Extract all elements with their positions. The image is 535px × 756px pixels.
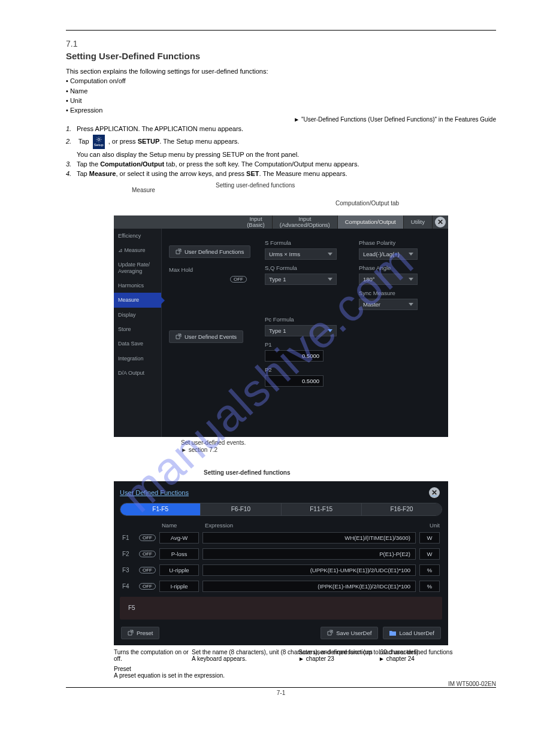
sidebar-item-da-output[interactable]: D/A Output — [114, 366, 161, 380]
phase-polarity-select[interactable]: Lead(-)/Lag(+) — [359, 248, 418, 260]
s-formula-select[interactable]: Urms × Irms — [265, 248, 337, 260]
tab-utility[interactable]: Utility — [404, 215, 433, 229]
annot-comptab: Computation/Output tab — [335, 200, 455, 207]
tab-computation-output[interactable]: Computation/Output — [338, 215, 404, 229]
pc-formula-select[interactable]: Type 1 — [265, 325, 337, 336]
p2-label: P2 — [265, 366, 347, 373]
pc-formula-label: Pc Formula — [265, 316, 347, 323]
col-expression: Expression — [205, 522, 417, 529]
close-icon[interactable]: ✕ — [435, 217, 446, 227]
f4-expression[interactable]: (IPPK(E1)-IMPK(E1))/2/IDC(E1)*100 — [202, 581, 416, 592]
sidebar-item-update-rate[interactable]: Update Rate/ Averaging — [114, 257, 161, 278]
tab-f11-f15[interactable]: F11-F15 — [282, 503, 362, 515]
chevron-down-icon — [328, 253, 333, 256]
maxhold-off-toggle[interactable]: OFF — [230, 276, 247, 283]
col-unit: Unit — [417, 522, 440, 529]
col-name: Name — [162, 522, 205, 529]
sidebar-item-data-save[interactable]: Data Save — [114, 336, 161, 351]
row-f4: F4 OFF I-ripple (IPPK(E1)-IMPK(E1))/2/ID… — [114, 578, 448, 594]
f2-unit[interactable]: W — [419, 548, 440, 560]
svg-point-0 — [98, 138, 99, 140]
setup-icon: Setup — [93, 135, 105, 149]
instr-2b: You can also display the Setup menu by p… — [77, 150, 496, 159]
page-number: 7-1 — [66, 690, 496, 696]
intro-text: This section explains the following sett… — [66, 67, 496, 75]
annot-onoff: Turns the computation on or off. — [114, 649, 198, 662]
bullet-1: • Computation on/off — [66, 77, 496, 85]
preset-button[interactable]: Preset — [121, 627, 159, 639]
tab-f6-f10[interactable]: F6-F10 — [201, 503, 281, 515]
f1-name[interactable]: Avg-W — [159, 532, 199, 544]
screenshot-udf-window: User Defined Functions ✕ F1-F5 F6-F10 F1… — [114, 481, 448, 645]
p1-value[interactable]: 0.5000 — [265, 350, 324, 362]
phase-polarity-label: Phase Polarity — [359, 239, 441, 246]
s-formula-label: S Formula — [265, 239, 347, 246]
chevron-down-icon — [409, 253, 413, 256]
close-icon[interactable]: ✕ — [429, 487, 440, 498]
f2-off-toggle[interactable]: OFF — [139, 551, 156, 557]
row-f5[interactable]: F5 — [120, 597, 442, 620]
maxhold-label: Max Hold — [169, 266, 253, 273]
sq-formula-select[interactable]: Type 1 — [265, 274, 337, 285]
load-userdef-button[interactable]: Load UserDef — [383, 627, 441, 639]
user-defined-events-button[interactable]: User Defined Events — [169, 330, 243, 343]
chevron-down-icon — [409, 278, 413, 281]
tab-f16-f20[interactable]: F16-F20 — [362, 503, 442, 515]
instr-1: Press APPLICATION. The APPLICATION menu … — [77, 125, 243, 132]
top-rule — [66, 30, 496, 31]
phase-angle-label: Phase Angle — [359, 265, 441, 271]
annot-save: Save user-defined functions ► chapter 23 — [298, 649, 382, 662]
f1-expression[interactable]: WH(E1)/(ITIME(E1)/3600) — [202, 532, 416, 544]
sidebar-item-measure[interactable]: Measure — [114, 293, 161, 307]
chevron-down-icon — [328, 329, 333, 332]
save-userdef-button[interactable]: Save UserDef — [321, 627, 378, 639]
sync-measure-select[interactable]: Master — [359, 299, 418, 310]
sync-measure-label: Sync Measure — [359, 290, 441, 296]
section-title: Setting User-Defined Functions — [66, 51, 496, 61]
annot-udf: Setting user-defined functions — [216, 182, 306, 189]
screenshot-measure-menu: Input (Basic) Input (Advanced/Options) C… — [114, 215, 448, 437]
bullet-3: • Unit — [66, 96, 496, 105]
f2-name[interactable]: P-loss — [159, 548, 199, 560]
sidebar-item-store[interactable]: Store — [114, 322, 161, 336]
f3-expression[interactable]: (UPPK(E1)-UMPK(E1))/2/UDC(E1)*100 — [202, 564, 416, 576]
sidebar-item-efficiency[interactable]: Efficiency — [114, 229, 161, 243]
sidebar-item-display[interactable]: Display — [114, 308, 161, 322]
sidebar-item-delta-measure[interactable]: ⊿ Measure — [114, 243, 161, 257]
annot-udf-window: Setting user-defined functions — [204, 469, 290, 476]
features-ref: ► "User-Defined Functions (User Defined … — [66, 116, 496, 123]
tab-input-advanced[interactable]: Input (Advanced/Options) — [273, 215, 338, 229]
annot-load: Load user-defined functions ► chapter 24 — [379, 649, 463, 662]
f1-unit[interactable]: W — [419, 532, 440, 544]
f1-off-toggle[interactable]: OFF — [139, 535, 156, 541]
f4-off-toggle[interactable]: OFF — [139, 583, 156, 590]
f3-off-toggle[interactable]: OFF — [139, 567, 156, 573]
sidebar: Efficiency ⊿ Measure Update Rate/ Averag… — [114, 229, 162, 437]
sq-formula-label: S,Q Formula — [265, 265, 347, 271]
folder-icon — [389, 630, 396, 636]
f4-unit[interactable]: % — [419, 581, 440, 592]
p2-value[interactable]: 0.5000 — [265, 375, 324, 387]
bottom-rule — [66, 687, 496, 688]
footer-im: IM WT5000-02EN — [66, 681, 496, 687]
popout-icon — [176, 248, 182, 254]
phase-angle-select[interactable]: 180° — [359, 274, 418, 285]
f4-name[interactable]: I-ripple — [159, 581, 199, 592]
bullet-4: • Expression — [66, 106, 496, 114]
popout-icon — [327, 630, 333, 636]
chevron-down-icon — [409, 303, 413, 306]
sidebar-item-integration[interactable]: Integration — [114, 351, 161, 366]
f2-expression[interactable]: P(E1)-P(E2) — [202, 548, 416, 560]
row-f1: F1 OFF Avg-W WH(E1)/(ITIME(E1)/3600) W — [114, 530, 448, 546]
row-f2: F2 OFF P-loss P(E1)-P(E2) W — [114, 546, 448, 562]
f3-unit[interactable]: % — [419, 564, 440, 576]
popout-icon — [176, 333, 182, 339]
tab-input-basic[interactable]: Input (Basic) — [240, 215, 273, 229]
bullet-2: • Name — [66, 87, 496, 95]
annot-measure: Measure — [132, 187, 186, 194]
f3-name[interactable]: U-ripple — [159, 564, 199, 576]
tab-f1-f5[interactable]: F1-F5 — [120, 503, 201, 515]
popout-icon — [128, 630, 134, 636]
sidebar-item-harmonics[interactable]: Harmonics — [114, 278, 161, 293]
user-defined-functions-button[interactable]: User Defined Functions — [169, 245, 250, 258]
